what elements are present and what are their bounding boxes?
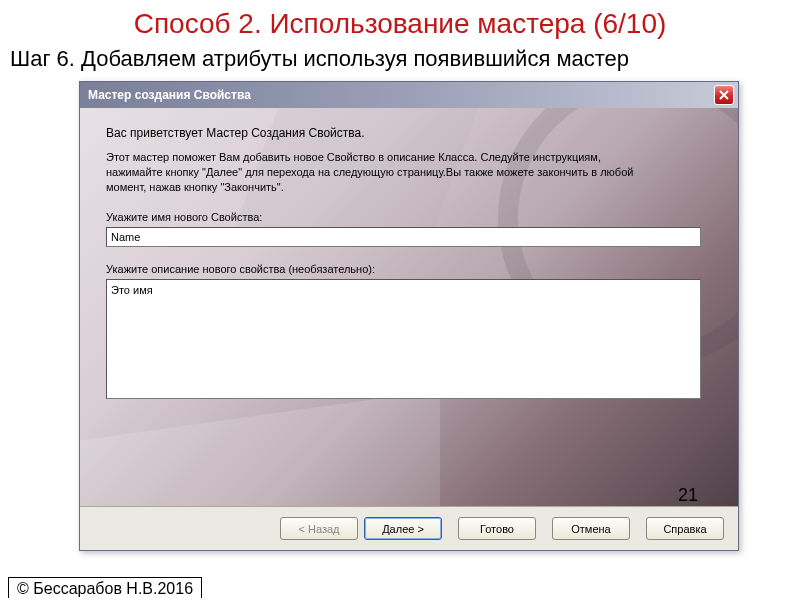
property-name-input[interactable] xyxy=(106,227,701,247)
help-button[interactable]: Справка xyxy=(646,517,724,540)
welcome-text: Вас приветствует Мастер Создания Свойств… xyxy=(106,126,712,140)
finish-button[interactable]: Готово xyxy=(458,517,536,540)
back-button[interactable]: < Назад xyxy=(280,517,358,540)
dialog-title: Мастер создания Свойства xyxy=(88,88,251,102)
copyright-label: © Бессарабов Н.В.2016 xyxy=(8,577,202,598)
page-number: 21 xyxy=(678,485,698,506)
instructions-text: Этот мастер поможет Вам добавить новое С… xyxy=(106,150,646,195)
close-button[interactable] xyxy=(714,85,734,105)
button-bar: < Назад Далее > Готово Отмена Справка xyxy=(80,506,738,550)
desc-field-label: Укажите описание нового свойства (необяз… xyxy=(106,263,712,275)
wizard-body: Вас приветствует Мастер Создания Свойств… xyxy=(80,108,738,508)
slide-subtitle: Шаг 6. Добавляем атрибуты используя появ… xyxy=(0,44,800,78)
wizard-dialog: Мастер создания Свойства Вас приветствуе… xyxy=(79,81,739,551)
titlebar: Мастер создания Свойства xyxy=(80,82,738,108)
next-button[interactable]: Далее > xyxy=(364,517,442,540)
close-icon xyxy=(719,90,729,100)
name-field-label: Укажите имя нового Свойства: xyxy=(106,211,712,223)
slide-title: Способ 2. Использование мастера (6/10) xyxy=(0,0,800,44)
wizard-content: Вас приветствует Мастер Создания Свойств… xyxy=(80,108,738,413)
cancel-button[interactable]: Отмена xyxy=(552,517,630,540)
property-desc-textarea[interactable] xyxy=(106,279,701,399)
